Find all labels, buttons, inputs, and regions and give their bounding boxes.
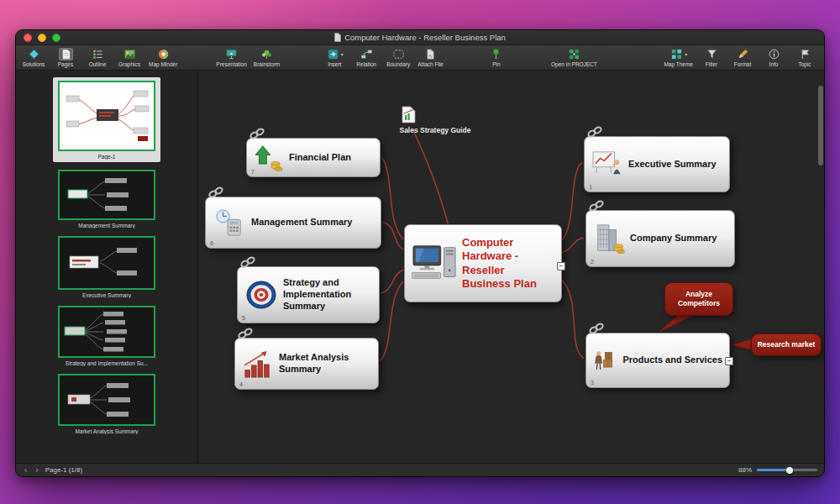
- callout-analyze-competitors[interactable]: Analyze Competitors: [664, 282, 733, 316]
- dropdown-caret-icon: ▾: [341, 51, 344, 57]
- callout-label: Research market: [758, 340, 816, 349]
- window-controls: [24, 34, 60, 42]
- page-thumbnail-label: Strategy and Implementation Su...: [66, 360, 148, 366]
- topic-central-business-plan[interactable]: Computer Hardware - Reseller Business Pl…: [404, 224, 562, 302]
- page-thumbnail-label: Executive Summary: [82, 292, 131, 298]
- zoom-slider-knob[interactable]: [786, 467, 793, 474]
- toolbar-button-relation[interactable]: Relation: [354, 48, 379, 67]
- dropdown-caret-icon: ▾: [685, 51, 687, 57]
- zoom-level: 88%: [738, 466, 752, 474]
- page-thumbnail-item[interactable]: Market Analysis Summary: [58, 374, 155, 434]
- toolbar-label: Presentation: [216, 61, 247, 67]
- topic-management-summary[interactable]: Management Summary 6: [205, 197, 381, 249]
- page-thumbnail-item[interactable]: Executive Summary: [58, 236, 155, 298]
- topic-label: Executive Summary: [628, 159, 717, 171]
- topic-label: Company Summary: [630, 233, 717, 244]
- close-button[interactable]: [24, 34, 32, 42]
- hyperlink-chain-icon[interactable]: [237, 328, 254, 343]
- toolbar-group-project: Open in PROJECT: [551, 48, 597, 67]
- page-thumbnail-graphic: [60, 238, 154, 288]
- callout-research-market[interactable]: Research market: [751, 333, 822, 356]
- hyperlink-chain-icon[interactable]: [239, 256, 256, 271]
- toolbar-label: Topic: [798, 61, 811, 67]
- toolbar-button-attach-file[interactable]: Attach File: [417, 48, 444, 67]
- toolbar-button-info[interactable]: Info: [761, 48, 786, 67]
- management-summary-icon: [213, 208, 246, 237]
- toolbar-label: Brainstorm: [254, 61, 280, 67]
- toolbar-button-pin[interactable]: Pin: [484, 48, 509, 67]
- toolbar-button-outline[interactable]: Outline: [85, 48, 110, 67]
- minimize-button[interactable]: [38, 34, 46, 42]
- next-page-button[interactable]: ›: [34, 466, 39, 475]
- toolbar-label: Solutions: [23, 61, 45, 67]
- outline-icon: [92, 48, 104, 60]
- collapse-button[interactable]: −: [725, 357, 733, 365]
- window-title-text: Computer Hardware - Reseller Business Pl…: [344, 33, 506, 42]
- toolbar-label: Format: [734, 61, 752, 67]
- toolbar-button-open-in-project[interactable]: Open in PROJECT: [551, 48, 597, 67]
- toolbar-group-modes: Presentation Brainstorm: [216, 48, 280, 67]
- toolbar-button-filter[interactable]: Filter: [699, 48, 724, 67]
- topic-financial-plan[interactable]: Financial Plan 7: [246, 138, 381, 177]
- pin-icon: [490, 48, 502, 60]
- toolbar-group-insert: ▾ Insert Relation Boundary Attach File: [322, 48, 444, 67]
- mindmap-canvas[interactable]: Sales Strategy Guide Financial Plan 7: [198, 71, 824, 463]
- topic-label: Strategy and Implementation Summary: [283, 277, 370, 312]
- page-thumbnail-label: Market Analysis Summary: [75, 428, 138, 434]
- collapse-button[interactable]: −: [557, 262, 565, 270]
- topic-icon: [799, 48, 811, 60]
- page-thumbnail-item[interactable]: Strategy and Implementation Su...: [58, 306, 155, 366]
- vertical-scrollbar[interactable]: [818, 86, 823, 165]
- previous-page-button[interactable]: ‹: [23, 466, 29, 475]
- page-thumbnail-item[interactable]: Page-1: [53, 77, 160, 162]
- topic-number: 4: [239, 381, 243, 387]
- toolbar-button-pages[interactable]: Pages: [53, 48, 78, 67]
- insert-icon: [327, 48, 339, 60]
- topic-number: 2: [591, 259, 594, 265]
- toolbar-group-panels: Solutions Pages Outline Graphics Map Min…: [21, 48, 177, 67]
- toolbar-button-topic[interactable]: Topic: [792, 48, 817, 67]
- titlebar[interactable]: Computer Hardware - Reseller Business Pl…: [16, 30, 824, 45]
- hyperlink-chain-icon[interactable]: [207, 186, 224, 202]
- toolbar-button-map-theme[interactable]: ▾ Map Theme: [664, 48, 693, 67]
- window-body: Page-1: [16, 71, 824, 463]
- topic-company-summary[interactable]: Company Summary 2: [585, 210, 735, 267]
- topic-market-analysis-summary[interactable]: Market Analysis Summary 4: [234, 338, 379, 390]
- document-icon: [334, 33, 341, 42]
- toolbar-button-map-minder[interactable]: Map Minder: [149, 48, 177, 67]
- topic-label: Market Analysis Summary: [279, 352, 363, 375]
- page-thumbnail-label: Page-1: [98, 154, 116, 160]
- toolbar-label: Insert: [328, 61, 341, 67]
- callout-label: Analyze Competitors: [670, 290, 727, 308]
- hyperlink-chain-icon[interactable]: [588, 323, 605, 338]
- topic-strategy-implementation-summary[interactable]: Strategy and Implementation Summary 5: [237, 266, 380, 323]
- graphics-icon: [123, 48, 136, 60]
- zoom-slider[interactable]: [757, 469, 817, 471]
- toolbar-button-brainstorm[interactable]: Brainstorm: [254, 48, 280, 67]
- topic-products-and-services[interactable]: Products and Services 3 −: [585, 333, 730, 388]
- toolbar-button-graphics[interactable]: Graphics: [117, 48, 142, 67]
- page-indicator: Page-1 (1/8): [45, 466, 82, 474]
- toolbar-button-presentation[interactable]: Presentation: [216, 48, 247, 67]
- hyperlink-chain-icon[interactable]: [249, 128, 265, 143]
- format-icon: [737, 48, 749, 60]
- toolbar-button-format[interactable]: Format: [730, 48, 755, 67]
- boundary-icon: [392, 48, 405, 60]
- toolbar-button-boundary[interactable]: Boundary: [386, 48, 411, 67]
- page-thumbnail-label: Management Summary: [78, 223, 135, 228]
- page-thumbnail-item[interactable]: Management Summary: [58, 170, 155, 228]
- zoom-button[interactable]: [52, 34, 60, 42]
- statusbar: ‹ › Page-1 (1/8) 88%: [16, 463, 824, 476]
- hyperlink-chain-icon[interactable]: [586, 126, 603, 141]
- hyperlink-chain-icon[interactable]: [588, 200, 605, 215]
- toolbar-label: Info: [769, 61, 779, 67]
- financial-plan-icon: [254, 144, 284, 171]
- toolbar-button-insert[interactable]: ▾ Insert: [322, 48, 347, 67]
- page-thumbnail-graphic: [60, 307, 154, 356]
- toolbar-label: Open in PROJECT: [551, 61, 597, 67]
- executive-summary-icon: [591, 150, 623, 179]
- company-building-icon: [593, 223, 625, 254]
- topic-executive-summary[interactable]: Executive Summary 1: [584, 136, 730, 192]
- attached-document-icon[interactable]: [402, 106, 416, 127]
- toolbar-button-solutions[interactable]: Solutions: [21, 48, 46, 67]
